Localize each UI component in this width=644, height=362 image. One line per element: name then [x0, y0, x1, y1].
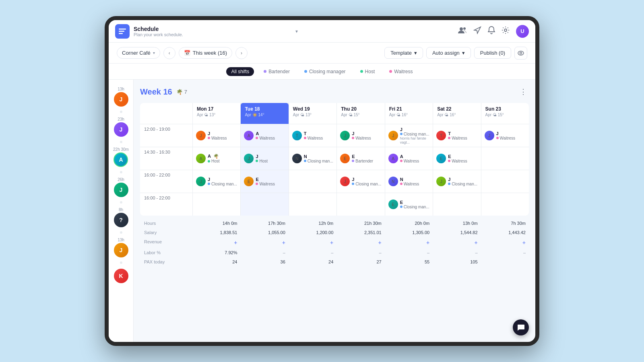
stat-revenue-sat[interactable]: +	[433, 237, 481, 248]
filter-host[interactable]: Host	[355, 67, 380, 76]
sidebar-avatar-6: K	[114, 269, 128, 283]
prev-week-button[interactable]: ‹	[163, 47, 175, 59]
bell-icon[interactable]	[488, 26, 495, 36]
shift-fri-r3[interactable]: N N Waitress	[385, 170, 433, 193]
stat-pax-label: PAX today	[140, 257, 192, 266]
stat-labor-mon: 7.92%	[193, 248, 240, 257]
sidebar-user-6[interactable]: K	[112, 265, 130, 286]
filter-closing-manager[interactable]: Closing manager	[299, 67, 351, 76]
auto-assign-button[interactable]: Auto assign ▾	[426, 47, 471, 59]
shift-mon-r2[interactable]: A A 🌴 Host	[193, 147, 240, 170]
wed-day-meta: Apr 🌤 13°	[293, 113, 332, 117]
shift-thu-r1[interactable]: J J Waitress	[337, 124, 384, 147]
stat-revenue-wed[interactable]: +	[289, 237, 336, 248]
thu-day-meta: Apr 🌤 15°	[341, 113, 380, 117]
svg-rect-1	[119, 31, 124, 32]
week-menu-button[interactable]: ⋮	[518, 86, 529, 97]
shift-tue-r4	[241, 193, 288, 216]
avatar: E	[388, 200, 398, 209]
app-title-area: Schedule Plan your work schedule.	[134, 26, 294, 37]
shift-thu-r2[interactable]: E E Bartender	[337, 147, 384, 170]
shift-fri-r4[interactable]: E E Closing man...	[385, 193, 433, 216]
sidebar-hours-5: 13h	[118, 238, 124, 242]
bartender-dot	[264, 70, 266, 73]
stat-hours-label: Hours	[140, 219, 192, 228]
sidebar-user-3[interactable]: 26hJ	[112, 175, 130, 200]
shift-sat-r1[interactable]: T T Waitress	[433, 124, 481, 147]
filter-waitress[interactable]: Waitress	[384, 67, 417, 76]
shift-mon-r3[interactable]: J J Closing man...	[193, 170, 240, 193]
template-label: Template	[390, 50, 412, 56]
stat-revenue-thu[interactable]: +	[337, 237, 384, 248]
mon-day-meta: Apr 🌤 13°	[197, 113, 236, 117]
fri-day-name: Fri 21	[389, 106, 429, 112]
sidebar-avatar-0: J	[114, 92, 128, 107]
chat-button[interactable]	[513, 319, 529, 335]
shift-sun-r1[interactable]: J J Waitress	[481, 124, 529, 147]
sidebar-user-1[interactable]: 23hJ	[112, 115, 130, 139]
send-icon[interactable]	[473, 26, 481, 36]
shift-wed-r2[interactable]: N N Closing man...	[289, 147, 336, 170]
stat-revenue-tue[interactable]: +	[241, 237, 288, 248]
badge-count: 7	[184, 89, 187, 95]
col-header-fri: Fri 21 Apr 🌤 16°	[385, 103, 433, 124]
template-button[interactable]: Template ▾	[384, 47, 423, 59]
shift-fri-r1[interactable]: J J Closing man... Norris har første vag…	[385, 124, 433, 147]
week-selector[interactable]: 📅 This week (16)	[179, 47, 232, 59]
stat-revenue-sun[interactable]: +	[481, 237, 529, 248]
waitress-label: Waitress	[394, 69, 413, 74]
time-row-1-label: 12:00 - 19:00	[140, 124, 192, 147]
shift-sat-r3[interactable]: J J Closing man...	[433, 170, 481, 193]
stat-salary-label: Salary	[140, 228, 192, 237]
sidebar-divider-3	[120, 201, 122, 204]
auto-assign-label: Auto assign	[432, 50, 460, 56]
stat-hours-mon: 14h 0m	[193, 219, 240, 228]
nav-chevron-icon[interactable]: ▾	[295, 29, 298, 34]
stat-revenue-fri[interactable]: +	[385, 237, 433, 248]
fri-day-meta: Apr 🌤 16°	[389, 113, 429, 117]
sidebar-user-2[interactable]: 22h 30mA	[111, 145, 130, 169]
stat-salary-thu: 2,351.01	[337, 228, 384, 237]
user-avatar[interactable]: U	[516, 25, 529, 38]
shift-mon-r4	[193, 193, 240, 216]
col-header-wed: Wed 19 Apr 🌤 13°	[289, 103, 336, 124]
shift-mon-r1[interactable]: J J Waitress	[193, 124, 240, 147]
bartender-label: Bartender	[268, 69, 290, 74]
visibility-button[interactable]	[514, 47, 527, 60]
sidebar-user-5[interactable]: 13hJ	[112, 235, 130, 260]
shift-sat-r2[interactable]: E E Waitress	[433, 147, 481, 170]
shift-thu-r3[interactable]: J J Closing man...	[337, 170, 384, 193]
avatar: N	[388, 177, 398, 186]
calendar-icon: 📅	[184, 50, 190, 56]
avatar: A	[388, 154, 398, 163]
app-logo	[115, 24, 130, 39]
shift-fri-r2[interactable]: A A Waitress	[385, 147, 433, 170]
sidebar-avatar-1: J	[114, 122, 128, 137]
settings-icon[interactable]	[502, 26, 510, 36]
stat-pax-thu: 27	[337, 257, 384, 266]
shift-wed-r1[interactable]: T T Waitress	[289, 124, 336, 147]
location-selector[interactable]: Corner Café ▾	[117, 47, 160, 59]
avatar: A	[196, 154, 206, 163]
sidebar-user-0[interactable]: 13hJ	[112, 84, 130, 109]
col-header-thu: Thu 20 Apr 🌤 15°	[337, 103, 384, 124]
stat-hours-wed: 12h 0m	[289, 219, 336, 228]
closing-dot	[304, 70, 307, 73]
sidebar-user-4[interactable]: 8h?	[112, 205, 130, 230]
shift-sat-r4	[433, 193, 481, 216]
shift-tue-r3[interactable]: E E Waitress	[241, 170, 288, 193]
shift-tue-r1[interactable]: A A Waitress	[241, 124, 288, 147]
left-sidebar: 13hJ23hJ22h 30mA26hJ8h?13hJK	[109, 80, 134, 342]
publish-button[interactable]: Publish (0)	[474, 47, 511, 59]
next-week-button[interactable]: ›	[235, 47, 248, 59]
stat-revenue-mon[interactable]: +	[193, 237, 240, 248]
filter-all-shifts[interactable]: All shifts	[226, 67, 254, 76]
shift-tue-r2[interactable]: J J Host	[241, 147, 288, 170]
filter-bartender[interactable]: Bartender	[259, 67, 295, 76]
time-row-2-label: 14:30 - 16:30	[140, 147, 192, 170]
stat-labor-wed: –	[289, 248, 336, 257]
waitress-dot	[389, 70, 392, 73]
filter-tabs: All shifts Bartender Closing manager Hos…	[109, 64, 535, 80]
stat-revenue-label: Revenue	[140, 237, 192, 248]
team-icon[interactable]	[458, 27, 467, 36]
